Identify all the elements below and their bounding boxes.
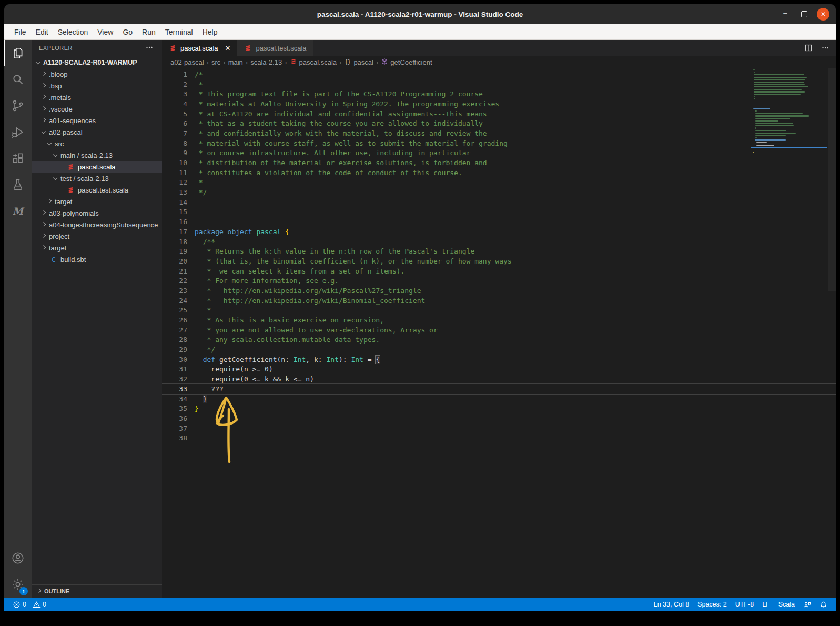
code-line-28[interactable]: 28 * any scala.collection.mutable data t…	[162, 335, 836, 345]
status-cursor-position[interactable]: Ln 33, Col 8	[651, 601, 692, 608]
breadcrumb-main[interactable]: main	[228, 58, 243, 66]
code-line-8[interactable]: 8 * material with course staff, as well …	[162, 138, 836, 148]
tab-pascal-scala[interactable]: pascal.scala✕	[162, 40, 237, 56]
tree-item-pascal-scala[interactable]: pascal.scala	[32, 161, 162, 173]
code-line-34[interactable]: 34 }	[162, 394, 836, 404]
minimize-button[interactable]: −	[779, 6, 792, 22]
status-language-mode[interactable]: Scala	[775, 601, 798, 608]
code-line-15[interactable]: 15	[162, 207, 836, 217]
code-line-13[interactable]: 13 */	[162, 187, 836, 197]
tree-item-bsp[interactable]: .bsp	[32, 80, 162, 92]
activity-search[interactable]	[4, 66, 32, 93]
status-feedback[interactable]	[800, 601, 814, 609]
menu-edit[interactable]: Edit	[31, 28, 53, 36]
code-line-6[interactable]: 6 * that as a student taking the course …	[162, 118, 836, 128]
code-line-24[interactable]: 24 * - http://en.wikipedia.org/wiki/Bino…	[162, 296, 836, 306]
code-line-20[interactable]: 20 * (that is, the binomial coefficient …	[162, 256, 836, 266]
tree-item-a02-pascal[interactable]: a02-pascal	[32, 126, 162, 138]
code-line-4[interactable]: 4 * materials at Aalto University in Spr…	[162, 99, 836, 109]
code-line-3[interactable]: 3 * This program text file is part of th…	[162, 89, 836, 99]
status-warnings[interactable]: 0	[29, 601, 49, 609]
tree-item-target[interactable]: target	[32, 242, 162, 254]
tree-item-test-scala-2-13[interactable]: test / scala-2.13	[32, 173, 162, 184]
code-line-2[interactable]: 2 *	[162, 79, 836, 89]
tree-item-main-scala-2-13[interactable]: main / scala-2.13	[32, 149, 162, 161]
activity-extensions[interactable]	[4, 145, 32, 171]
code-line-26[interactable]: 26 * As this is a basic exercise on recu…	[162, 315, 836, 325]
sidebar-more-actions-icon[interactable]	[145, 43, 155, 53]
breadcrumb-pascal-scala[interactable]: pascal.scala	[290, 58, 337, 67]
code-line-19[interactable]: 19 * Returns the k:th value in the n:th …	[162, 246, 836, 256]
activity-metals[interactable]: M	[4, 198, 32, 224]
menu-run[interactable]: Run	[137, 28, 160, 36]
code-line-36[interactable]: 36	[162, 413, 836, 423]
activity-explorer[interactable]	[4, 40, 32, 66]
code-line-17[interactable]: 17package object pascal {	[162, 227, 836, 237]
code-line-35[interactable]: 35}	[162, 403, 836, 413]
menu-terminal[interactable]: Terminal	[160, 28, 198, 36]
code-line-9[interactable]: 9 * on course infrastructure. All other …	[162, 148, 836, 158]
tree-item-metals[interactable]: .metals	[32, 92, 162, 103]
outline-section[interactable]: OUTLINE	[32, 584, 162, 598]
close-button[interactable]: ✕	[817, 8, 829, 21]
code-line-37[interactable]: 37	[162, 423, 836, 433]
code-line-11[interactable]: 11 * constitutes a violation of the code…	[162, 168, 836, 178]
tree-item-bloop[interactable]: .bloop	[32, 68, 162, 80]
tree-item-pascal-test-scala[interactable]: pascal.test.scala	[32, 184, 162, 196]
code-line-29[interactable]: 29 */	[162, 345, 836, 355]
tree-item-a03-polynomials[interactable]: a03-polynomials	[32, 207, 162, 219]
activity-run-and-debug[interactable]	[4, 119, 32, 145]
code-editor[interactable]: 1/*2 *3 * This program text file is part…	[162, 68, 836, 598]
tree-item-build-sbt[interactable]: €build.sbt	[32, 254, 162, 265]
code-line-31[interactable]: 31 require(n >= 0)	[162, 365, 836, 375]
status-notifications[interactable]	[816, 601, 831, 609]
tab-pascal-test-scala[interactable]: pascal.test.scala	[237, 40, 312, 56]
code-line-33[interactable]: 33 ???	[162, 384, 836, 394]
code-line-18[interactable]: 18 /**	[162, 237, 836, 247]
breadcrumb-getcoefficient[interactable]: getCoefficient	[381, 58, 432, 67]
code-line-14[interactable]: 14	[162, 197, 836, 207]
code-line-23[interactable]: 23 * - http://en.wikipedia.org/wiki/Pasc…	[162, 286, 836, 296]
editor-scrollbar[interactable]	[828, 68, 836, 291]
activity-source-control[interactable]	[4, 93, 32, 119]
activity-settings[interactable]: 1	[4, 571, 32, 598]
code-line-32[interactable]: 32 require(0 <= k && k <= n)	[162, 374, 836, 384]
close-icon[interactable]: ✕	[225, 44, 231, 52]
status-errors[interactable]: 0	[9, 601, 29, 609]
code-line-7[interactable]: 7 * and confidentially work with the mat…	[162, 128, 836, 138]
menu-go[interactable]: Go	[118, 28, 137, 36]
code-line-16[interactable]: 16	[162, 217, 836, 227]
menu-view[interactable]: View	[93, 28, 118, 36]
tree-item-vscode[interactable]: .vscode	[32, 103, 162, 115]
tree-item-src[interactable]: src	[32, 138, 162, 149]
tree-item-a04-longestincreasingsubsequence[interactable]: a04-longestIncreasingSubsequence	[32, 219, 162, 230]
code-line-38[interactable]: 38	[162, 433, 836, 443]
activity-accounts[interactable]	[4, 545, 32, 571]
tree-item-target[interactable]: target	[32, 196, 162, 207]
tree-item-a01-sequences[interactable]: a01-sequences	[32, 115, 162, 126]
code-line-1[interactable]: 1/*	[162, 69, 836, 79]
more-actions-button[interactable]	[821, 44, 829, 52]
code-line-12[interactable]: 12 *	[162, 178, 836, 188]
breadcrumb-scala-2-13[interactable]: scala-2.13	[250, 58, 282, 66]
code-line-30[interactable]: 30 def getCoefficient(n: Int, k: Int): I…	[162, 355, 836, 365]
status-indentation[interactable]: Spaces: 2	[694, 601, 730, 608]
status-encoding[interactable]: UTF-8	[732, 601, 757, 608]
activity-testing[interactable]	[4, 171, 32, 198]
breadcrumb-pascal[interactable]: {}pascal	[344, 58, 373, 67]
code-line-22[interactable]: 22 * For more information, see e.g.	[162, 276, 836, 286]
maximize-button[interactable]	[798, 8, 811, 21]
code-line-27[interactable]: 27 * you are not allowed to use var-decl…	[162, 325, 836, 335]
code-line-10[interactable]: 10 * distribution of the material or exe…	[162, 158, 836, 168]
split-editor-button[interactable]	[804, 44, 813, 52]
menu-help[interactable]: Help	[198, 28, 222, 36]
tree-item-a1120-scala2-r01-warmup[interactable]: A1120-SCALA2-R01-WARMUP	[32, 57, 162, 68]
code-line-25[interactable]: 25 *	[162, 306, 836, 316]
menu-selection[interactable]: Selection	[53, 28, 93, 36]
menu-file[interactable]: File	[9, 28, 31, 36]
code-line-21[interactable]: 21 * we can select k items from a set of…	[162, 266, 836, 276]
breadcrumb-src[interactable]: src	[211, 58, 220, 66]
tree-item-project[interactable]: project	[32, 230, 162, 242]
breadcrumb-a02-pascal[interactable]: a02-pascal	[170, 58, 204, 66]
code-line-5[interactable]: 5 * at CS-A1120 are individual and confi…	[162, 109, 836, 119]
